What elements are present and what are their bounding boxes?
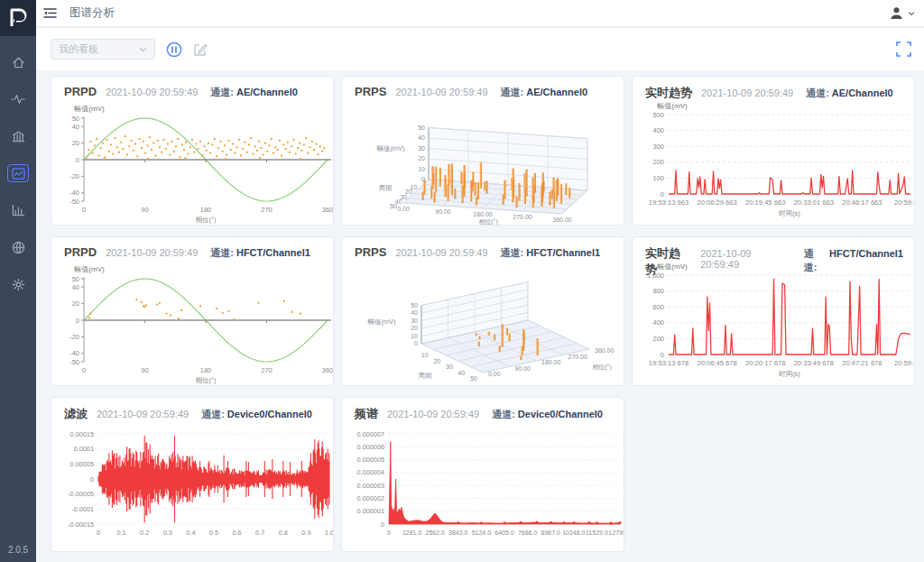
channel-value: AE/Channel0: [236, 87, 298, 97]
pause-refresh-button[interactable]: [166, 41, 182, 58]
chart-title: 实时趋势: [645, 85, 692, 101]
chart-title: PRPS: [355, 245, 386, 259]
svg-text:20:19:45 663: 20:19:45 663: [745, 198, 785, 207]
svg-text:360.00: 360.00: [595, 347, 614, 354]
chart-title: 滤波: [64, 406, 88, 422]
sidebar-item-monitoring[interactable]: [7, 90, 29, 108]
channel-value: Device0/Channel0: [227, 409, 312, 419]
sidebar-item-statistics[interactable]: [7, 201, 29, 219]
svg-text:1281.0: 1281.0: [402, 530, 422, 536]
svg-text:0.000005: 0.000005: [357, 456, 384, 464]
svg-text:20:47:21 678: 20:47:21 678: [842, 359, 882, 367]
svg-text:360: 360: [322, 206, 334, 214]
sidebar-item-network[interactable]: [7, 238, 29, 256]
chart-timestamp: 2021-10-09 20:59:49: [395, 247, 487, 258]
chart-card-1: PRPS 2021-10-09 20:59:49 通道: AE/Channel0…: [341, 76, 624, 226]
fullscreen-icon: [896, 41, 911, 57]
svg-text:90: 90: [141, 206, 148, 214]
svg-text:-50: -50: [69, 358, 79, 366]
chart-canvas: 01020304050幅值(mV)1020304050周期0.0090.0018…: [342, 100, 624, 225]
svg-text:0.2: 0.2: [140, 529, 149, 537]
svg-text:50: 50: [418, 124, 425, 131]
svg-text:800: 800: [652, 287, 664, 295]
chart-title: PRPD: [64, 85, 97, 98]
svg-text:幅值(mV): 幅值(mV): [657, 263, 688, 271]
sidebar: 2.0.5: [0, 0, 36, 562]
collapse-sidebar-icon: [43, 7, 57, 19]
chart-timestamp: 2021-10-09 20:59:49: [701, 88, 793, 98]
user-avatar-icon: [889, 5, 904, 21]
svg-text:10: 10: [411, 333, 418, 339]
svg-text:360.00: 360.00: [552, 217, 572, 223]
svg-text:-20: -20: [69, 333, 79, 341]
fullscreen-button[interactable]: [896, 41, 911, 57]
svg-text:20:20:17 678: 20:20:17 678: [745, 359, 785, 367]
svg-text:5124.0: 5124.0: [472, 530, 492, 536]
svg-text:时间(s): 时间(s): [779, 209, 800, 217]
logo-icon: [6, 6, 30, 30]
svg-text:-0.00005: -0.00005: [68, 490, 94, 498]
sidebar-item-station[interactable]: [7, 127, 29, 145]
chart-card-header: PRPS 2021-10-09 20:59:49 通道: HFCT/Channe…: [342, 237, 624, 261]
channel-label: 通道:: [210, 86, 234, 99]
svg-text:0.1: 0.1: [117, 529, 126, 537]
svg-text:10: 10: [418, 166, 425, 172]
svg-text:19:53:13 678: 19:53:13 678: [649, 359, 688, 367]
svg-text:20:59:49 6: 20:59:49 6: [894, 359, 915, 367]
svg-text:40: 40: [411, 309, 418, 316]
sidebar-item-settings[interactable]: [7, 275, 29, 293]
sidebar-item-analysis[interactable]: [7, 164, 29, 182]
sidebar-item-home[interactable]: [7, 53, 29, 71]
channel-label: 通道:: [804, 247, 827, 274]
svg-text:50: 50: [470, 375, 477, 382]
svg-text:周期: 周期: [379, 184, 393, 192]
svg-text:0.000006: 0.000006: [357, 443, 384, 451]
svg-text:0.00: 0.00: [397, 206, 410, 212]
channel-label: 通道:: [492, 408, 515, 421]
channel-label: 通道:: [210, 246, 234, 260]
chart-timestamp: 2021-10-09 20:59:49: [700, 248, 791, 270]
chart-canvas: 幅值(mV)010020030040050019:53:13 66320:06:…: [633, 100, 915, 225]
collapse-sidebar-button[interactable]: [43, 7, 57, 19]
svg-text:10248.0: 10248.0: [562, 530, 585, 536]
edit-icon: [193, 42, 208, 57]
svg-text:0.000004: 0.000004: [357, 468, 384, 476]
chart-card-0: PRPD 2021-10-09 20:59:49 通道: AE/Channel0…: [51, 76, 334, 226]
chart-canvas: 幅值(mV)5040200-20-40-50090180270360相位(°): [51, 261, 334, 385]
svg-text:相位(°): 相位(°): [196, 376, 217, 384]
chart-card-header: 滤波 2021-10-09 20:59:49 通道: Device0/Chann…: [51, 398, 333, 421]
channel-value: AE/Channel0: [832, 88, 893, 98]
svg-text:-50: -50: [69, 198, 79, 206]
board-select[interactable]: 我的看板: [51, 39, 155, 60]
svg-text:幅值(mV): 幅值(mV): [657, 102, 688, 110]
svg-text:40: 40: [458, 370, 466, 376]
chevron-down-icon: [139, 47, 147, 52]
svg-text:0.000002: 0.000002: [357, 494, 384, 502]
edit-dashboard-button[interactable]: [193, 42, 208, 57]
user-avatar-button[interactable]: [889, 5, 904, 21]
svg-text:0.00: 0.00: [488, 371, 501, 377]
svg-text:50: 50: [411, 302, 418, 309]
svg-text:40: 40: [72, 123, 79, 131]
svg-text:20:46:17 663: 20:46:17 663: [842, 198, 882, 207]
svg-text:20: 20: [418, 155, 425, 161]
chart-canvas: 幅值(mV)5040200-20-40-50090180270360相位(°): [51, 100, 334, 225]
svg-text:20: 20: [433, 358, 440, 364]
monitor-chart-icon: [12, 168, 25, 180]
channel-label: 通道:: [201, 408, 225, 421]
svg-text:相位(°): 相位(°): [196, 216, 217, 224]
svg-text:360: 360: [322, 366, 334, 374]
svg-text:20: 20: [72, 299, 79, 308]
chart-card-header: 实时趋势 2021-10-09 20:59:49 通道: AE/Channel0: [633, 77, 914, 100]
chart-card-2: 实时趋势 2021-10-09 20:59:49 通道: AE/Channel0…: [632, 76, 915, 226]
svg-text:1.0: 1.0: [325, 529, 334, 537]
dashboard-toolbar: 我的看板: [36, 28, 924, 70]
svg-text:0: 0: [421, 176, 425, 182]
svg-text:相位(°): 相位(°): [592, 364, 611, 371]
chart-card-header: PRPD 2021-10-09 20:59:49 通道: AE/Channel0: [51, 77, 333, 100]
chevron-down-icon: [908, 11, 915, 16]
svg-text:0: 0: [661, 351, 664, 359]
svg-text:0.7: 0.7: [255, 529, 264, 537]
channel-value: AE/Channel0: [526, 87, 587, 97]
user-menu-caret[interactable]: [908, 11, 915, 16]
